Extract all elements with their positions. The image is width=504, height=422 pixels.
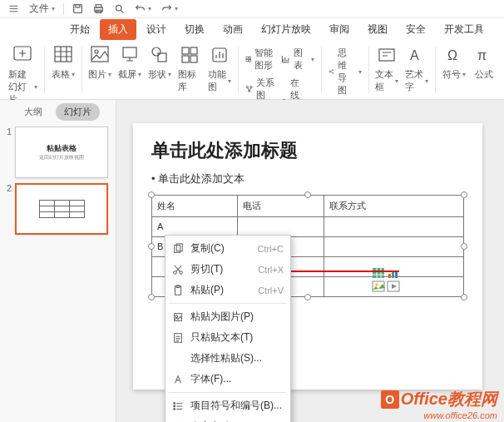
- resize-handle[interactable]: [304, 191, 311, 198]
- svg-rect-36: [388, 274, 391, 278]
- save-icon[interactable]: [69, 3, 86, 14]
- placeholder-media-icon[interactable]: [387, 281, 400, 292]
- mindmap-button[interactable]: 思维导图▾: [329, 47, 362, 97]
- svg-point-11: [152, 47, 161, 56]
- slide-title-placeholder[interactable]: 单击此处添加标题: [151, 138, 464, 163]
- print-icon[interactable]: [90, 3, 107, 14]
- resize-handle[interactable]: [148, 294, 155, 300]
- equation-button[interactable]: π 公式: [469, 43, 499, 81]
- shapes-icon: [148, 43, 171, 67]
- redo-icon[interactable]: ▾: [158, 3, 181, 14]
- new-slide-button[interactable]: 新建幻灯片▾: [5, 43, 41, 106]
- table-cell[interactable]: 电话: [238, 196, 324, 217]
- iconlib-icon: [178, 43, 201, 67]
- svg-rect-18: [246, 57, 248, 58]
- svg-rect-13: [182, 47, 189, 54]
- separator: [238, 47, 239, 93]
- slide-body-placeholder[interactable]: • 单击此处添加文本: [151, 171, 464, 186]
- table-button[interactable]: 表格▾: [48, 43, 78, 81]
- separator: [368, 47, 369, 93]
- ctx-copy[interactable]: 复制(C)Ctrl+C: [166, 238, 290, 259]
- tab-review[interactable]: 审阅: [321, 19, 358, 40]
- resize-handle[interactable]: [461, 294, 467, 300]
- placeholder-picture-icon[interactable]: [372, 281, 385, 292]
- tab-security[interactable]: 安全: [398, 19, 434, 40]
- resize-handle[interactable]: [148, 243, 155, 250]
- shapes-button[interactable]: 形状▾: [145, 43, 175, 81]
- tab-insert[interactable]: 插入: [100, 19, 136, 40]
- svg-point-9: [95, 50, 98, 53]
- mindmap-icon: [329, 66, 334, 77]
- resize-handle[interactable]: [461, 243, 467, 250]
- ctx-paste[interactable]: 粘贴(P)Ctrl+V: [166, 280, 290, 300]
- svg-rect-19: [249, 57, 250, 58]
- tab-animation[interactable]: 动画: [215, 19, 251, 40]
- textbox-button[interactable]: 文本框▾: [372, 43, 402, 93]
- smartart-button[interactable]: 智能图形: [245, 47, 275, 72]
- tab-transition[interactable]: 切换: [176, 19, 213, 40]
- tab-slides[interactable]: 幻灯片: [56, 103, 100, 121]
- table-cell[interactable]: A: [152, 217, 238, 237]
- separator: [82, 47, 82, 93]
- watermark-url: www.office26.com: [381, 410, 497, 420]
- ctx-paste-as-picture[interactable]: 粘贴为图片(P): [166, 306, 290, 327]
- divider: [63, 3, 64, 15]
- separator: [321, 47, 322, 93]
- svg-point-5: [116, 5, 121, 11]
- resize-handle[interactable]: [461, 191, 467, 198]
- iconlib-button[interactable]: 图标库: [175, 43, 205, 93]
- tab-view[interactable]: 视图: [359, 19, 396, 40]
- resize-handle[interactable]: [304, 294, 311, 300]
- funcchart-button[interactable]: 功能图▾: [205, 43, 235, 93]
- table-cell[interactable]: [238, 217, 324, 237]
- slide-thumb-1[interactable]: 粘贴表格 返回幻灯片放映视图: [15, 127, 108, 178]
- paste-text-icon: [172, 332, 184, 344]
- chart-icon: [281, 53, 290, 65]
- new-slide-icon: [11, 43, 34, 67]
- font-icon: [172, 374, 184, 385]
- file-menu[interactable]: 文件▾: [26, 2, 58, 16]
- svg-rect-35: [373, 268, 384, 278]
- svg-rect-31: [379, 49, 394, 61]
- table-row[interactable]: 姓名 电话 联系方式: [152, 196, 464, 217]
- app-menu-icon[interactable]: [5, 3, 22, 14]
- placeholder-chart-icon[interactable]: [387, 267, 400, 279]
- preview-icon[interactable]: [111, 3, 128, 14]
- ctx-custom-animation[interactable]: 自定义动画(M)...: [166, 416, 290, 422]
- table-cell[interactable]: [324, 217, 463, 237]
- picture-button[interactable]: 图片▾: [85, 43, 115, 81]
- thumbnails: 1 粘贴表格 返回幻灯片放映视图 2: [0, 123, 116, 422]
- tab-bar: 开始 插入 设计 切换 动画 幻灯片放映 审阅 视图 安全 开发工具: [0, 18, 504, 40]
- context-menu: 复制(C)Ctrl+C 剪切(T)Ctrl+X 粘贴(P)Ctrl+V 粘贴为图…: [165, 235, 291, 422]
- ctx-paste-text-only[interactable]: 只粘贴文本(T): [166, 327, 290, 348]
- table-row[interactable]: A: [152, 217, 464, 237]
- svg-rect-20: [246, 59, 248, 61]
- table-cell[interactable]: 联系方式: [324, 196, 463, 217]
- relation-icon: [245, 83, 253, 95]
- relation-button[interactable]: 关系图: [245, 77, 275, 102]
- table-cell[interactable]: [324, 257, 463, 277]
- svg-rect-0: [74, 5, 82, 13]
- wordart-button[interactable]: A 艺术字▾: [402, 43, 432, 93]
- symbol-button[interactable]: Ω 符号▾: [439, 43, 469, 81]
- ctx-bullets-numbering[interactable]: 项目符号和编号(B)...: [166, 395, 290, 416]
- watermark-logo: O: [381, 390, 399, 409]
- undo-icon[interactable]: ▾: [131, 3, 155, 14]
- placeholder-table-icon[interactable]: [372, 267, 385, 279]
- slide-thumb-2[interactable]: [15, 183, 108, 235]
- tab-start[interactable]: 开始: [62, 19, 98, 40]
- tab-dev[interactable]: 开发工具: [436, 19, 492, 40]
- ctx-font[interactable]: 字体(F)...: [166, 369, 290, 390]
- tab-slideshow[interactable]: 幻灯片放映: [253, 19, 319, 40]
- tab-outline[interactable]: 大纲: [16, 103, 51, 121]
- screenshot-button[interactable]: 截屏▾: [115, 43, 145, 81]
- ctx-paste-special[interactable]: 选择性粘贴(S)...: [166, 348, 290, 369]
- symbol-icon: Ω: [442, 43, 466, 67]
- ctx-cut[interactable]: 剪切(T)Ctrl+X: [166, 259, 290, 280]
- chart-button[interactable]: 图表▾: [281, 47, 314, 72]
- svg-point-53: [174, 408, 175, 410]
- table-cell[interactable]: 姓名: [152, 196, 238, 217]
- resize-handle[interactable]: [148, 191, 155, 198]
- tab-design[interactable]: 设计: [138, 19, 175, 40]
- table-cell[interactable]: [324, 237, 463, 257]
